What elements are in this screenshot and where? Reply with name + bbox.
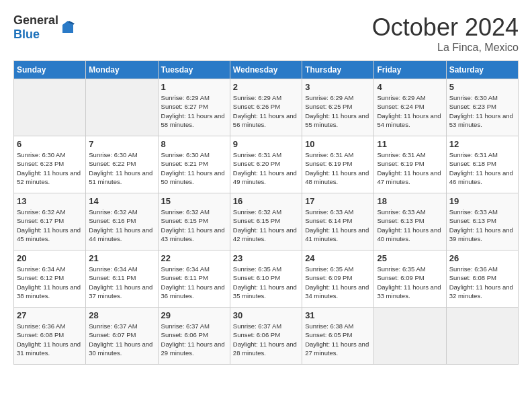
cell-content: Sunrise: 6:37 AMSunset: 6:06 PMDaylight:… (161, 322, 227, 357)
calendar-cell: 20Sunrise: 6:34 AMSunset: 6:12 PMDayligh… (14, 250, 86, 308)
calendar-table: SundayMondayTuesdayWednesdayThursdayFrid… (13, 60, 519, 365)
day-number: 6 (17, 139, 83, 149)
calendar-week-row: 27Sunrise: 6:36 AMSunset: 6:08 PMDayligh… (14, 308, 519, 365)
calendar-cell: 13Sunrise: 6:32 AMSunset: 6:17 PMDayligh… (14, 193, 86, 250)
day-number: 18 (377, 196, 443, 206)
weekday-header-thursday: Thursday (302, 61, 374, 79)
calendar-week-row: 13Sunrise: 6:32 AMSunset: 6:17 PMDayligh… (14, 193, 519, 250)
cell-content: Sunrise: 6:35 AMSunset: 6:09 PMDaylight:… (305, 265, 371, 300)
calendar-cell: 21Sunrise: 6:34 AMSunset: 6:11 PMDayligh… (86, 250, 158, 308)
title-block: October 2024 La Finca, Mexico (372, 13, 519, 54)
day-number: 22 (161, 253, 227, 263)
day-number: 23 (233, 253, 299, 263)
logo: General Blue (13, 13, 76, 42)
cell-content: Sunrise: 6:31 AMSunset: 6:19 PMDaylight:… (377, 150, 443, 186)
cell-content: Sunrise: 6:32 AMSunset: 6:16 PMDaylight:… (89, 208, 154, 243)
cell-content: Sunrise: 6:31 AMSunset: 6:20 PMDaylight:… (233, 150, 299, 186)
weekday-header-wednesday: Wednesday (230, 61, 302, 79)
month-title: October 2024 (372, 13, 519, 42)
day-number: 25 (377, 253, 443, 263)
calendar-cell: 29Sunrise: 6:37 AMSunset: 6:06 PMDayligh… (158, 308, 230, 365)
calendar-cell: 6Sunrise: 6:30 AMSunset: 6:23 PMDaylight… (14, 136, 86, 193)
cell-content: Sunrise: 6:30 AMSunset: 6:23 PMDaylight:… (449, 93, 515, 129)
weekday-header-tuesday: Tuesday (158, 61, 230, 79)
day-number: 4 (377, 82, 443, 92)
day-number: 27 (17, 310, 83, 320)
calendar-cell: 24Sunrise: 6:35 AMSunset: 6:09 PMDayligh… (302, 250, 374, 308)
calendar-cell: 12Sunrise: 6:31 AMSunset: 6:18 PMDayligh… (446, 136, 518, 193)
cell-content: Sunrise: 6:30 AMSunset: 6:21 PMDaylight:… (161, 150, 227, 186)
calendar-cell: 8Sunrise: 6:30 AMSunset: 6:21 PMDaylight… (158, 136, 230, 193)
cell-content: Sunrise: 6:29 AMSunset: 6:24 PMDaylight:… (377, 93, 443, 129)
calendar-cell: 1Sunrise: 6:29 AMSunset: 6:27 PMDaylight… (158, 79, 230, 136)
cell-content: Sunrise: 6:35 AMSunset: 6:10 PMDaylight:… (233, 265, 299, 300)
day-number: 20 (17, 253, 83, 263)
calendar-cell: 19Sunrise: 6:33 AMSunset: 6:13 PMDayligh… (446, 193, 518, 250)
logo-general: General (13, 13, 58, 27)
calendar-cell: 16Sunrise: 6:32 AMSunset: 6:15 PMDayligh… (230, 193, 302, 250)
calendar-cell (374, 308, 446, 365)
day-number: 5 (449, 82, 515, 92)
weekday-header-row: SundayMondayTuesdayWednesdayThursdayFrid… (14, 61, 519, 79)
cell-content: Sunrise: 6:38 AMSunset: 6:05 PMDaylight:… (305, 322, 371, 357)
calendar-cell: 10Sunrise: 6:31 AMSunset: 6:19 PMDayligh… (302, 136, 374, 193)
day-number: 26 (449, 253, 515, 263)
cell-content: Sunrise: 6:33 AMSunset: 6:13 PMDaylight:… (377, 208, 443, 243)
calendar-cell (86, 79, 158, 136)
weekday-header-friday: Friday (374, 61, 446, 79)
calendar-week-row: 20Sunrise: 6:34 AMSunset: 6:12 PMDayligh… (14, 250, 519, 308)
cell-content: Sunrise: 6:29 AMSunset: 6:27 PMDaylight:… (161, 93, 227, 129)
cell-content: Sunrise: 6:34 AMSunset: 6:11 PMDaylight:… (161, 265, 227, 300)
calendar-cell: 3Sunrise: 6:29 AMSunset: 6:25 PMDaylight… (302, 79, 374, 136)
cell-content: Sunrise: 6:34 AMSunset: 6:11 PMDaylight:… (89, 265, 154, 300)
calendar-cell: 4Sunrise: 6:29 AMSunset: 6:24 PMDaylight… (374, 79, 446, 136)
calendar-cell: 31Sunrise: 6:38 AMSunset: 6:05 PMDayligh… (302, 308, 374, 365)
calendar-cell: 5Sunrise: 6:30 AMSunset: 6:23 PMDaylight… (446, 79, 518, 136)
calendar-week-row: 6Sunrise: 6:30 AMSunset: 6:23 PMDaylight… (14, 136, 519, 193)
day-number: 7 (89, 139, 154, 149)
calendar-cell: 17Sunrise: 6:33 AMSunset: 6:14 PMDayligh… (302, 193, 374, 250)
calendar-cell: 25Sunrise: 6:35 AMSunset: 6:09 PMDayligh… (374, 250, 446, 308)
calendar-cell: 28Sunrise: 6:37 AMSunset: 6:07 PMDayligh… (86, 308, 158, 365)
cell-content: Sunrise: 6:30 AMSunset: 6:23 PMDaylight:… (17, 150, 83, 186)
logo-text: General Blue (13, 13, 58, 42)
day-number: 31 (305, 310, 371, 320)
calendar-week-row: 1Sunrise: 6:29 AMSunset: 6:27 PMDaylight… (14, 79, 519, 136)
logo-icon (60, 19, 76, 36)
day-number: 2 (233, 82, 299, 92)
weekday-header-sunday: Sunday (14, 61, 86, 79)
calendar-cell: 22Sunrise: 6:34 AMSunset: 6:11 PMDayligh… (158, 250, 230, 308)
day-number: 9 (233, 139, 299, 149)
calendar-cell: 15Sunrise: 6:32 AMSunset: 6:15 PMDayligh… (158, 193, 230, 250)
logo-blue: Blue (13, 28, 40, 41)
cell-content: Sunrise: 6:36 AMSunset: 6:08 PMDaylight:… (449, 265, 515, 300)
day-number: 15 (161, 196, 227, 206)
cell-content: Sunrise: 6:32 AMSunset: 6:15 PMDaylight:… (233, 208, 299, 243)
day-number: 10 (305, 139, 371, 149)
cell-content: Sunrise: 6:33 AMSunset: 6:14 PMDaylight:… (305, 208, 371, 243)
cell-content: Sunrise: 6:36 AMSunset: 6:08 PMDaylight:… (17, 322, 83, 357)
cell-content: Sunrise: 6:32 AMSunset: 6:15 PMDaylight:… (161, 208, 227, 243)
day-number: 16 (233, 196, 299, 206)
weekday-header-monday: Monday (86, 61, 158, 79)
calendar-cell: 9Sunrise: 6:31 AMSunset: 6:20 PMDaylight… (230, 136, 302, 193)
cell-content: Sunrise: 6:34 AMSunset: 6:12 PMDaylight:… (17, 265, 83, 300)
day-number: 28 (89, 310, 154, 320)
cell-content: Sunrise: 6:35 AMSunset: 6:09 PMDaylight:… (377, 265, 443, 300)
cell-content: Sunrise: 6:37 AMSunset: 6:06 PMDaylight:… (233, 322, 299, 357)
day-number: 19 (449, 196, 515, 206)
cell-content: Sunrise: 6:32 AMSunset: 6:17 PMDaylight:… (17, 208, 83, 243)
calendar-cell: 27Sunrise: 6:36 AMSunset: 6:08 PMDayligh… (14, 308, 86, 365)
page-header: General Blue October 2024 La Finca, Mexi… (13, 13, 519, 54)
calendar-cell: 30Sunrise: 6:37 AMSunset: 6:06 PMDayligh… (230, 308, 302, 365)
day-number: 13 (17, 196, 83, 206)
cell-content: Sunrise: 6:33 AMSunset: 6:13 PMDaylight:… (449, 208, 515, 243)
calendar-cell: 14Sunrise: 6:32 AMSunset: 6:16 PMDayligh… (86, 193, 158, 250)
calendar-cell: 2Sunrise: 6:29 AMSunset: 6:26 PMDaylight… (230, 79, 302, 136)
day-number: 21 (89, 253, 154, 263)
day-number: 24 (305, 253, 371, 263)
cell-content: Sunrise: 6:30 AMSunset: 6:22 PMDaylight:… (89, 150, 154, 186)
day-number: 30 (233, 310, 299, 320)
cell-content: Sunrise: 6:31 AMSunset: 6:18 PMDaylight:… (449, 150, 515, 186)
cell-content: Sunrise: 6:31 AMSunset: 6:19 PMDaylight:… (305, 150, 371, 186)
